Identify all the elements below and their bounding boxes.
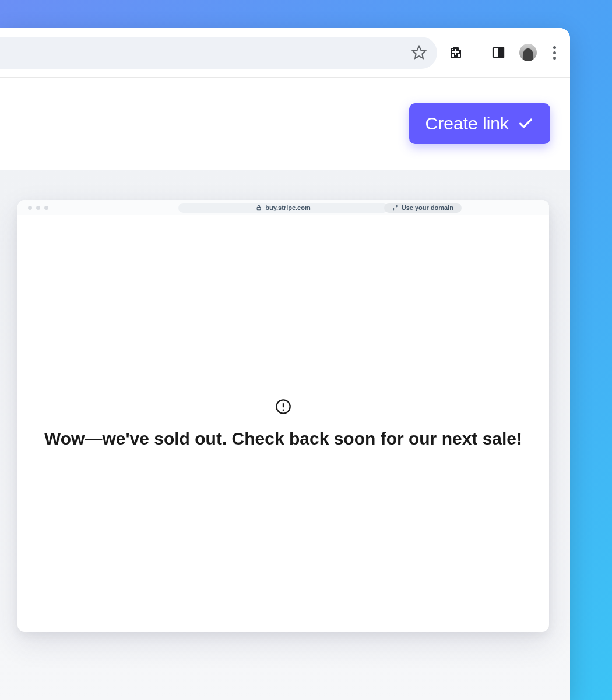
- svg-point-6: [283, 409, 284, 411]
- profile-avatar[interactable]: [519, 44, 537, 61]
- menu-icon[interactable]: [551, 44, 558, 62]
- extensions-icon[interactable]: [449, 46, 463, 60]
- svg-marker-0: [413, 46, 425, 58]
- preview-area: buy.stripe.com Use your domain: [0, 170, 570, 700]
- svg-rect-2: [499, 48, 504, 57]
- check-icon: [518, 116, 534, 132]
- mock-url-bar: buy.stripe.com: [178, 203, 388, 213]
- lock-icon: [256, 205, 262, 211]
- sidepanel-icon[interactable]: [491, 46, 505, 60]
- browser-toolbar: [0, 28, 570, 78]
- preview-body: Wow—we've sold out. Check back soon for …: [17, 215, 549, 632]
- window-controls: [28, 206, 48, 210]
- create-link-label: Create link: [425, 114, 509, 134]
- swap-icon: [392, 205, 398, 211]
- svg-rect-3: [257, 208, 261, 210]
- alert-icon: [275, 398, 291, 415]
- bookmark-star-icon[interactable]: [411, 45, 427, 60]
- address-bar[interactable]: [0, 37, 437, 69]
- mock-url-text: buy.stripe.com: [265, 204, 310, 211]
- preview-titlebar: buy.stripe.com Use your domain: [17, 200, 549, 215]
- preview-window: buy.stripe.com Use your domain: [17, 200, 549, 632]
- use-domain-label: Use your domain: [402, 204, 453, 211]
- browser-window: Create link: [0, 28, 570, 700]
- soldout-message: Wow—we've sold out. Check back soon for …: [44, 429, 522, 449]
- use-domain-pill[interactable]: Use your domain: [384, 203, 462, 213]
- toolbar-icons: [449, 44, 558, 62]
- create-link-button[interactable]: Create link: [409, 103, 550, 144]
- toolbar-divider: [477, 44, 477, 61]
- content-header: Create link: [0, 78, 570, 170]
